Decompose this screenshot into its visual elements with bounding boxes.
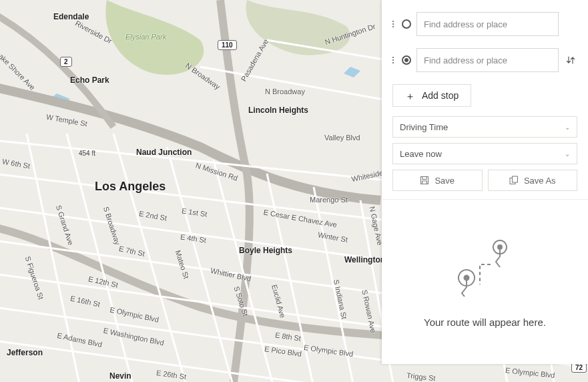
save-icon — [420, 176, 429, 185]
svg-rect-24 — [422, 177, 426, 180]
stop-destination-row — [392, 48, 577, 72]
travel-mode-value: Driving Time — [400, 122, 448, 132]
depart-time-select[interactable]: Leave now ⌄ — [392, 143, 577, 164]
elevation-label: 454 ft — [79, 150, 95, 157]
panel-inputs: ＋ Add stop Driving Time ⌄ Leave now ⌄ Sa… — [382, 0, 588, 200]
plus-icon: ＋ — [405, 91, 415, 101]
save-label: Save — [434, 176, 455, 186]
area-lincoln-heights: Lincoln Heights — [248, 106, 308, 115]
depart-time-value: Leave now — [400, 149, 442, 159]
st-n-broadway: N Broadway — [265, 87, 305, 96]
save-as-label: Save As — [524, 176, 556, 186]
destination-input[interactable] — [416, 48, 559, 72]
route-placeholder-icon — [452, 236, 519, 297]
st-valley: Valley Blvd — [324, 134, 360, 142]
st-marengo: Marengo St — [310, 196, 348, 204]
area-jefferson: Jefferson — [7, 348, 43, 357]
route-preview-area: Your route will appear here. — [382, 200, 588, 364]
chevron-down-icon: ⌄ — [565, 150, 570, 158]
origin-circle-icon — [402, 19, 411, 29]
svg-rect-27 — [512, 176, 517, 182]
save-buttons-row: Save Save As — [392, 170, 577, 191]
svg-point-29 — [464, 275, 469, 280]
park-elysian: Elysian Park — [125, 33, 166, 41]
origin-input[interactable] — [416, 12, 559, 36]
area-echo-park: Echo Park — [70, 75, 109, 85]
shield-2: 2 — [60, 57, 72, 67]
swap-stops-button[interactable] — [564, 53, 577, 67]
stop-origin-row — [392, 12, 577, 36]
area-edendale: Edendale — [53, 12, 89, 21]
route-placeholder-text: Your route will appear here. — [424, 317, 546, 328]
save-as-icon — [509, 176, 519, 185]
city-label: Los Angeles — [95, 180, 166, 194]
travel-mode-select[interactable]: Driving Time ⌄ — [392, 116, 577, 138]
add-stop-button[interactable]: ＋ Add stop — [392, 84, 471, 107]
area-naud-junction: Naud Junction — [136, 148, 192, 157]
svg-rect-25 — [422, 181, 427, 184]
destination-circle-icon — [402, 55, 411, 65]
drag-handle-icon[interactable] — [392, 57, 396, 63]
directions-panel: ＋ Add stop Driving Time ⌄ Leave now ⌄ Sa… — [382, 0, 588, 364]
shield-72: 72 — [571, 363, 587, 373]
save-as-button[interactable]: Save As — [488, 170, 578, 191]
shield-110: 110 — [218, 40, 237, 50]
area-nevin: Nevin — [109, 371, 131, 381]
save-button[interactable]: Save — [392, 170, 483, 191]
svg-point-28 — [498, 245, 502, 249]
swap-arrows-icon — [565, 55, 576, 65]
chevron-down-icon: ⌄ — [565, 124, 570, 131]
area-boyle-heights: Boyle Heights — [239, 246, 292, 255]
drag-handle-icon[interactable] — [392, 21, 396, 27]
add-stop-label: Add stop — [422, 90, 459, 101]
